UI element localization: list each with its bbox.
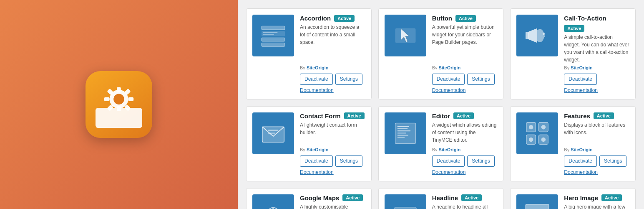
widget-title-row-google-maps: Google MapsActive: [300, 194, 365, 201]
widget-desc-features: Displays a block of features with icons.: [564, 121, 629, 145]
svg-rect-22: [526, 32, 528, 39]
svg-rect-31: [397, 130, 410, 131]
widget-desc-headline: A headline to headline all headlines.: [432, 203, 498, 209]
widget-thumb-call-to-action: [516, 15, 558, 56]
widget-actions-editor: DeactivateSettings: [432, 155, 498, 167]
widget-author-button: By SiteOrigin: [432, 65, 498, 70]
svg-point-42: [541, 137, 546, 142]
widget-actions-accordion: DeactivateSettings: [300, 74, 365, 85]
deactivate-button-call-to-action[interactable]: Deactivate: [564, 74, 597, 85]
svg-rect-11: [262, 26, 285, 30]
svg-point-23: [543, 33, 545, 35]
settings-button-contact-form[interactable]: Settings: [335, 155, 362, 167]
widget-author-features: By SiteOrigin: [564, 147, 629, 152]
widget-desc-call-to-action: A simple call-to-action widget. You can …: [564, 33, 629, 64]
svg-rect-16: [262, 38, 285, 41]
widget-card-contact-form: Contact FormActiveA lightweight contact …: [246, 106, 372, 181]
deactivate-button-editor[interactable]: Deactivate: [432, 155, 465, 167]
widget-title-features: Features: [564, 112, 590, 120]
svg-rect-18: [262, 43, 285, 47]
widget-card-headline: HeadlineActiveA headline to headline all…: [378, 188, 504, 209]
widget-title-row-button: ButtonActive: [432, 15, 498, 22]
widget-active-badge-features: Active: [594, 112, 614, 119]
widget-title-contact-form: Contact Form: [300, 112, 341, 120]
widget-card-hero-image: Hero ImageActiveA big hero image with a …: [510, 188, 636, 209]
settings-button-button[interactable]: Settings: [467, 74, 494, 85]
widget-title-row-call-to-action: Call-To-ActionActive: [564, 15, 629, 32]
svg-rect-29: [397, 126, 409, 127]
widget-active-badge-hero-image: Active: [601, 194, 622, 201]
widget-title-row-hero-image: Hero ImageActive: [564, 194, 629, 201]
settings-button-accordion[interactable]: Settings: [335, 74, 362, 85]
widget-thumb-editor: [385, 112, 426, 154]
widget-title-accordion: Accordion: [300, 15, 331, 22]
widget-thumb-contact-form: [252, 112, 294, 154]
widget-info-features: FeaturesActiveDisplays a block of featur…: [564, 112, 629, 175]
deactivate-button-accordion[interactable]: Deactivate: [300, 74, 333, 85]
widget-card-editor: EditorActiveA widget which allows editin…: [378, 106, 504, 181]
widget-title-button: Button: [432, 15, 452, 22]
widget-desc-button: A powerful yet simple button widget for …: [432, 23, 498, 64]
svg-rect-25: [262, 127, 284, 142]
widget-author-accordion: By SiteOrigin: [300, 65, 365, 70]
documentation-link-contact-form[interactable]: Documentation: [300, 169, 365, 175]
widgets-panel: AccordionActiveAn accordion to squeeze a…: [238, 0, 644, 209]
svg-rect-33: [397, 135, 408, 135]
svg-point-2: [113, 94, 124, 104]
documentation-link-call-to-action[interactable]: Documentation: [564, 87, 629, 93]
widget-active-badge-headline: Active: [461, 194, 482, 201]
svg-point-41: [529, 137, 533, 142]
widget-desc-contact-form: A lightweight contact form builder.: [300, 121, 365, 145]
widget-info-call-to-action: Call-To-ActionActiveA simple call-to-act…: [564, 15, 629, 93]
svg-rect-5: [104, 97, 110, 101]
widget-actions-features: DeactivateSettings: [564, 155, 629, 167]
widget-actions-contact-form: DeactivateSettings: [300, 155, 365, 167]
widget-thumb-button: [385, 15, 426, 56]
documentation-link-editor[interactable]: Documentation: [432, 169, 498, 175]
widgets-grid: AccordionActiveAn accordion to squeeze a…: [246, 8, 636, 209]
svg-point-40: [541, 125, 546, 130]
widget-title-call-to-action: Call-To-Action: [564, 15, 606, 22]
widget-info-button: ButtonActiveA powerful yet simple button…: [432, 15, 498, 93]
deactivate-button-contact-form[interactable]: Deactivate: [300, 155, 333, 167]
svg-rect-27: [268, 133, 276, 134]
svg-point-39: [529, 125, 533, 130]
svg-rect-4: [117, 106, 121, 111]
widget-title-row-headline: HeadlineActive: [432, 194, 498, 201]
widget-author-editor: By SiteOrigin: [432, 147, 498, 152]
settings-button-editor[interactable]: Settings: [467, 155, 494, 167]
widget-thumb-accordion: [252, 15, 294, 56]
widget-info-headline: HeadlineActiveA headline to headline all…: [432, 194, 498, 209]
widget-author-contact-form: By SiteOrigin: [300, 147, 365, 152]
widget-card-button: ButtonActiveA powerful yet simple button…: [378, 8, 504, 99]
documentation-link-button[interactable]: Documentation: [432, 87, 498, 93]
widget-active-badge-call-to-action: Active: [564, 25, 584, 32]
widget-title-row-editor: EditorActive: [432, 112, 498, 120]
documentation-link-features[interactable]: Documentation: [564, 169, 629, 175]
deactivate-button-button[interactable]: Deactivate: [432, 74, 465, 85]
widget-title-google-maps: Google Maps: [300, 194, 339, 201]
svg-rect-51: [526, 204, 549, 209]
widget-desc-google-maps: A highly customisable Google Maps widget…: [300, 203, 365, 209]
svg-rect-3: [117, 87, 121, 92]
widget-actions-call-to-action: Deactivate: [564, 74, 629, 85]
settings-button-features[interactable]: Settings: [599, 155, 626, 167]
widget-title-hero-image: Hero Image: [564, 194, 598, 201]
widget-title-row-features: FeaturesActive: [564, 112, 629, 120]
deactivate-button-features[interactable]: Deactivate: [564, 155, 597, 167]
widget-info-google-maps: Google MapsActiveA highly customisable G…: [300, 194, 365, 209]
svg-rect-32: [397, 133, 406, 133]
widget-thumb-headline: [385, 194, 426, 209]
widget-info-editor: EditorActiveA widget which allows editin…: [432, 112, 498, 175]
widget-title-row-contact-form: Contact FormActive: [300, 112, 365, 120]
widget-title-editor: Editor: [432, 112, 450, 120]
widget-info-accordion: AccordionActiveAn accordion to squeeze a…: [300, 15, 365, 93]
widget-title-headline: Headline: [432, 194, 458, 201]
widget-thumb-hero-image: [516, 194, 558, 209]
left-panel: [0, 0, 238, 209]
widget-active-badge-google-maps: Active: [342, 194, 363, 201]
widget-card-features: FeaturesActiveDisplays a block of featur…: [510, 106, 636, 181]
documentation-link-accordion[interactable]: Documentation: [300, 87, 365, 93]
svg-rect-30: [397, 128, 408, 129]
widget-thumb-google-maps: [252, 194, 294, 209]
